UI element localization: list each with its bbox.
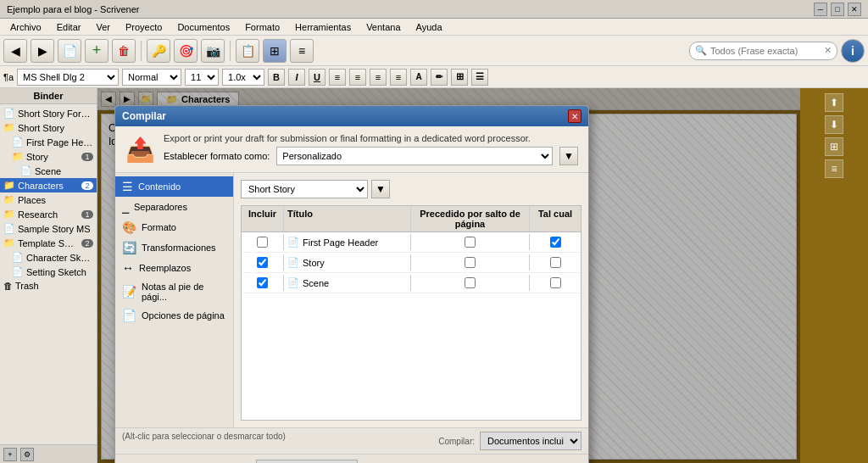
menu-editar[interactable]: Editar <box>50 20 88 34</box>
font-family-select[interactable]: MS Shell Dlg 2 <box>17 69 119 86</box>
preset-options-button[interactable]: ▼ <box>371 180 390 198</box>
align-right-button[interactable]: ≡ <box>370 69 387 86</box>
search-input[interactable] <box>710 46 821 56</box>
preset-select[interactable]: Short Story <box>241 180 368 198</box>
sidebar-notas-pie[interactable]: 📝 Notas al pie de pági... <box>115 278 233 305</box>
binder-label: Characters <box>18 181 79 191</box>
sidebar-formato[interactable]: 🎨 Formato <box>115 217 233 237</box>
toolbar-view3-btn[interactable]: ≡ <box>290 39 314 63</box>
right-panel-btn-1[interactable]: ⬆ <box>825 93 843 112</box>
italic-button[interactable]: I <box>288 69 305 86</box>
research-badge: 1 <box>81 210 93 219</box>
main-layout: Binder 📄 Short Story Format 📁 Short Stor… <box>0 88 868 463</box>
menu-herramientas[interactable]: Herramientas <box>288 20 358 34</box>
right-panel-btn-4[interactable]: ≡ <box>825 159 843 178</box>
sidebar-opciones-pagina[interactable]: 📄 Opciones de página <box>115 305 233 326</box>
compile-options-select[interactable]: Documentos incluidos <box>480 432 581 450</box>
binder-item-characters[interactable]: 📁 Characters 2 <box>0 178 97 192</box>
minimize-button[interactable]: ─ <box>814 3 827 16</box>
talcual-checkbox-3[interactable] <box>550 277 561 288</box>
binder-item-first-page-header[interactable]: 📄 First Page Header <box>0 135 97 149</box>
align-justify-button[interactable]: ≡ <box>390 69 407 86</box>
toolbar-add-btn[interactable]: + <box>85 39 108 63</box>
binder-footer: + ⚙ <box>0 444 97 463</box>
include-checkbox-1[interactable] <box>257 237 268 248</box>
dialog-header-section: 📤 Export or print your draft for submiss… <box>115 126 588 173</box>
col-page-break-header: Precedido por salto de página <box>411 206 530 232</box>
binder-item-short-story[interactable]: 📁 Short Story <box>0 120 97 135</box>
align-center-button[interactable]: ≡ <box>349 69 366 86</box>
folder-icon: 📁 <box>3 194 15 205</box>
row-title-1: First Page Header <box>303 237 378 248</box>
binder-item-sample-story[interactable]: 📄 Sample Story MS <box>0 221 97 236</box>
menu-documentos[interactable]: Documentos <box>170 20 236 34</box>
binder-add-button[interactable]: + <box>3 448 17 461</box>
page-break-cell-1 <box>411 234 530 250</box>
format-select[interactable]: Personalizado <box>276 147 553 165</box>
menu-ayuda[interactable]: Ayuda <box>409 20 449 34</box>
binder-item-story[interactable]: 📁 Story 1 <box>0 149 97 164</box>
right-panel-btn-2[interactable]: ⬇ <box>825 115 843 134</box>
binder-item-trash[interactable]: 🗑 Trash <box>0 279 97 293</box>
toolbar-new-btn[interactable]: 📄 <box>58 39 81 63</box>
menu-archivo[interactable]: Archivo <box>3 20 48 34</box>
menu-ver[interactable]: Ver <box>89 20 117 34</box>
sidebar-separadores-label: Separadores <box>134 202 187 212</box>
style-select[interactable]: Normal <box>122 69 181 86</box>
binder-settings-button[interactable]: ⚙ <box>20 448 34 461</box>
binder-item-setting-sketch[interactable]: 📄 Setting Sketch <box>0 265 97 279</box>
bold-button[interactable]: B <box>268 69 285 86</box>
sidebar-separadores[interactable]: ⎯ Separadores <box>115 197 233 217</box>
binder: Binder 📄 Short Story Format 📁 Short Stor… <box>0 88 97 463</box>
replace-icon: ↔ <box>122 261 134 275</box>
binder-item-places[interactable]: 📁 Places <box>0 192 97 207</box>
align-left-button[interactable]: ≡ <box>329 69 346 86</box>
include-checkbox-3[interactable] <box>257 277 268 288</box>
page-break-checkbox-3[interactable] <box>465 277 476 288</box>
window-title: Ejemplo para el blog - Scrivener <box>7 4 140 14</box>
binder-item-research[interactable]: 📁 Research 1 <box>0 207 97 221</box>
toolbar-view1-btn[interactable]: 📋 <box>236 39 259 63</box>
menu-formato[interactable]: Formato <box>238 20 287 34</box>
info-button[interactable]: i <box>841 39 865 63</box>
talcual-checkbox-1[interactable] <box>550 237 561 248</box>
include-checkbox-2[interactable] <box>257 257 268 268</box>
close-button[interactable]: ✕ <box>848 3 861 16</box>
toolbar-key-btn[interactable]: 🔑 <box>147 39 170 63</box>
binder-item-short-story-format[interactable]: 📄 Short Story Format <box>0 106 97 120</box>
toolbar-view2-btn[interactable]: ⊞ <box>263 39 287 63</box>
talcual-cell-1 <box>530 234 581 250</box>
sidebar-contenido[interactable]: ☰ Contenido <box>115 176 233 197</box>
toolbar-camera-btn[interactable]: 📷 <box>201 39 225 63</box>
menu-proyecto[interactable]: Proyecto <box>119 20 169 34</box>
toolbar-delete-btn[interactable]: 🗑 <box>112 39 136 63</box>
sidebar-transformaciones[interactable]: 🔄 Transformaciones <box>115 237 233 258</box>
sidebar-reemplazos[interactable]: ↔ Reemplazos <box>115 258 233 278</box>
toolbar-back-btn[interactable]: ◀ <box>3 39 27 63</box>
indent-button[interactable]: ⊞ <box>451 69 468 86</box>
dialog-close-button[interactable]: ✕ <box>568 109 581 123</box>
format-options-button[interactable]: ▼ <box>559 147 578 165</box>
page-break-checkbox-1[interactable] <box>465 237 476 248</box>
talcual-checkbox-2[interactable] <box>550 257 561 268</box>
color-button[interactable]: A <box>410 69 427 86</box>
add-pages-select[interactable]: -Ninguna- <box>256 460 358 463</box>
menu-ventana[interactable]: Ventana <box>359 20 407 34</box>
page-break-checkbox-2[interactable] <box>465 257 476 268</box>
toolbar-target-btn[interactable]: 🎯 <box>174 39 198 63</box>
font-size-select[interactable]: 11 <box>185 69 219 86</box>
toolbar-forward-btn[interactable]: ▶ <box>31 39 54 63</box>
underline-button[interactable]: U <box>309 69 326 86</box>
search-clear-button[interactable]: ✕ <box>824 45 832 56</box>
list-button[interactable]: ☰ <box>471 69 488 86</box>
highlight-button[interactable]: ✏ <box>431 69 448 86</box>
maximize-button[interactable]: □ <box>831 3 844 16</box>
binder-item-template-sheets[interactable]: 📁 Template Sheets 2 <box>0 236 97 250</box>
zoom-select[interactable]: 1.0x <box>222 69 264 86</box>
row-title-3: Scene <box>303 278 329 288</box>
doc-icon: 📄 <box>287 257 299 268</box>
right-panel-btn-3[interactable]: ⊞ <box>825 137 843 156</box>
binder-item-scene[interactable]: 📄 Scene <box>0 164 97 178</box>
binder-item-character-sketch[interactable]: 📄 Character Sketch <box>0 250 97 265</box>
compile-table: Incluir Título Precedido por salto de pá… <box>241 205 581 421</box>
